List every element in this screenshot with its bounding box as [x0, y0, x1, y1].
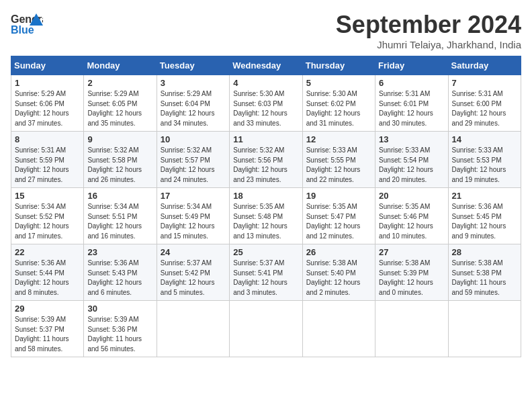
cell-info: Sunrise: 5:33 AMSunset: 5:54 PMDaylight:… [379, 146, 444, 185]
column-header-wednesday: Wednesday [230, 56, 302, 75]
calendar-cell: 11Sunrise: 5:32 AMSunset: 5:56 PMDayligh… [230, 132, 302, 188]
calendar-cell: 19Sunrise: 5:35 AMSunset: 5:47 PMDayligh… [302, 188, 375, 244]
column-header-monday: Monday [84, 56, 157, 75]
calendar-cell: 28Sunrise: 5:38 AMSunset: 5:38 PMDayligh… [448, 244, 521, 301]
day-number: 20 [379, 191, 444, 201]
cell-info: Sunrise: 5:33 AMSunset: 5:55 PMDaylight:… [306, 146, 371, 185]
day-number: 14 [452, 134, 517, 144]
day-number: 5 [306, 78, 371, 88]
calendar-cell [230, 301, 302, 357]
calendar-cell: 15Sunrise: 5:34 AMSunset: 5:52 PMDayligh… [11, 188, 84, 244]
calendar-header-row: SundayMondayTuesdayWednesdayThursdayFrid… [11, 56, 521, 75]
calendar-cell: 20Sunrise: 5:35 AMSunset: 5:46 PMDayligh… [375, 188, 448, 244]
day-number: 24 [161, 247, 226, 257]
location-subtitle: Jhumri Telaiya, Jharkhand, India [336, 39, 521, 50]
calendar-cell: 10Sunrise: 5:32 AMSunset: 5:57 PMDayligh… [157, 132, 229, 188]
cell-info: Sunrise: 5:38 AMSunset: 5:39 PMDaylight:… [379, 259, 444, 298]
calendar-cell: 4Sunrise: 5:30 AMSunset: 6:03 PMDaylight… [230, 75, 302, 132]
calendar-cell: 8Sunrise: 5:31 AMSunset: 5:59 PMDaylight… [11, 132, 84, 188]
cell-info: Sunrise: 5:29 AMSunset: 6:05 PMDaylight:… [87, 89, 152, 128]
day-number: 7 [452, 78, 517, 88]
page-header: General Blue September 2024 Jhumri Telai… [11, 11, 521, 50]
svg-text:Blue: Blue [11, 24, 34, 36]
column-header-thursday: Thursday [302, 56, 375, 75]
cell-info: Sunrise: 5:38 AMSunset: 5:38 PMDaylight:… [452, 259, 517, 298]
calendar-cell: 22Sunrise: 5:36 AMSunset: 5:44 PMDayligh… [11, 244, 84, 301]
calendar-cell: 23Sunrise: 5:36 AMSunset: 5:43 PMDayligh… [84, 244, 157, 301]
calendar-cell: 25Sunrise: 5:37 AMSunset: 5:41 PMDayligh… [230, 244, 302, 301]
day-number: 28 [452, 247, 517, 257]
day-number: 1 [15, 78, 80, 88]
calendar-cell: 9Sunrise: 5:32 AMSunset: 5:58 PMDaylight… [84, 132, 157, 188]
cell-info: Sunrise: 5:33 AMSunset: 5:53 PMDaylight:… [452, 146, 517, 185]
calendar-cell: 26Sunrise: 5:38 AMSunset: 5:40 PMDayligh… [302, 244, 375, 301]
cell-info: Sunrise: 5:30 AMSunset: 6:03 PMDaylight:… [233, 89, 298, 128]
cell-info: Sunrise: 5:29 AMSunset: 6:04 PMDaylight:… [161, 89, 226, 128]
cell-info: Sunrise: 5:35 AMSunset: 5:47 PMDaylight:… [306, 202, 371, 241]
cell-info: Sunrise: 5:29 AMSunset: 6:06 PMDaylight:… [15, 89, 80, 128]
day-number: 3 [161, 78, 226, 88]
calendar-week-row: 29Sunrise: 5:39 AMSunset: 5:37 PMDayligh… [11, 301, 521, 357]
cell-info: Sunrise: 5:34 AMSunset: 5:52 PMDaylight:… [15, 202, 80, 241]
day-number: 22 [15, 247, 80, 257]
calendar-cell: 18Sunrise: 5:35 AMSunset: 5:48 PMDayligh… [230, 188, 302, 244]
day-number: 10 [161, 134, 226, 144]
calendar-week-row: 22Sunrise: 5:36 AMSunset: 5:44 PMDayligh… [11, 244, 521, 301]
day-number: 29 [15, 304, 80, 314]
cell-info: Sunrise: 5:31 AMSunset: 6:00 PMDaylight:… [452, 89, 517, 128]
calendar-week-row: 1Sunrise: 5:29 AMSunset: 6:06 PMDaylight… [11, 75, 521, 132]
cell-info: Sunrise: 5:32 AMSunset: 5:57 PMDaylight:… [161, 146, 226, 185]
day-number: 4 [233, 78, 298, 88]
day-number: 30 [87, 304, 152, 314]
cell-info: Sunrise: 5:35 AMSunset: 5:48 PMDaylight:… [233, 202, 298, 241]
calendar-cell: 1Sunrise: 5:29 AMSunset: 6:06 PMDaylight… [11, 75, 84, 132]
cell-info: Sunrise: 5:32 AMSunset: 5:58 PMDaylight:… [87, 146, 152, 185]
calendar-cell: 2Sunrise: 5:29 AMSunset: 6:05 PMDaylight… [84, 75, 157, 132]
day-number: 9 [87, 134, 152, 144]
calendar-cell: 27Sunrise: 5:38 AMSunset: 5:39 PMDayligh… [375, 244, 448, 301]
cell-info: Sunrise: 5:34 AMSunset: 5:51 PMDaylight:… [87, 202, 152, 241]
day-number: 27 [379, 247, 444, 257]
calendar-cell: 21Sunrise: 5:36 AMSunset: 5:45 PMDayligh… [448, 188, 521, 244]
day-number: 13 [379, 134, 444, 144]
cell-info: Sunrise: 5:30 AMSunset: 6:02 PMDaylight:… [306, 89, 371, 128]
cell-info: Sunrise: 5:32 AMSunset: 5:56 PMDaylight:… [233, 146, 298, 185]
calendar-cell: 7Sunrise: 5:31 AMSunset: 6:00 PMDaylight… [448, 75, 521, 132]
day-number: 19 [306, 191, 371, 201]
calendar-cell: 13Sunrise: 5:33 AMSunset: 5:54 PMDayligh… [375, 132, 448, 188]
calendar-week-row: 8Sunrise: 5:31 AMSunset: 5:59 PMDaylight… [11, 132, 521, 188]
calendar-cell: 24Sunrise: 5:37 AMSunset: 5:42 PMDayligh… [157, 244, 229, 301]
calendar-cell: 17Sunrise: 5:34 AMSunset: 5:49 PMDayligh… [157, 188, 229, 244]
day-number: 23 [87, 247, 152, 257]
cell-info: Sunrise: 5:37 AMSunset: 5:42 PMDaylight:… [161, 259, 226, 298]
calendar-cell: 3Sunrise: 5:29 AMSunset: 6:04 PMDaylight… [157, 75, 229, 132]
calendar-cell: 5Sunrise: 5:30 AMSunset: 6:02 PMDaylight… [302, 75, 375, 132]
day-number: 15 [15, 191, 80, 201]
day-number: 26 [306, 247, 371, 257]
calendar-cell: 6Sunrise: 5:31 AMSunset: 6:01 PMDaylight… [375, 75, 448, 132]
calendar-cell: 30Sunrise: 5:39 AMSunset: 5:36 PMDayligh… [84, 301, 157, 357]
cell-info: Sunrise: 5:36 AMSunset: 5:44 PMDaylight:… [15, 259, 80, 298]
calendar-cell: 12Sunrise: 5:33 AMSunset: 5:55 PMDayligh… [302, 132, 375, 188]
cell-info: Sunrise: 5:31 AMSunset: 6:01 PMDaylight:… [379, 89, 444, 128]
calendar-week-row: 15Sunrise: 5:34 AMSunset: 5:52 PMDayligh… [11, 188, 521, 244]
cell-info: Sunrise: 5:39 AMSunset: 5:36 PMDaylight:… [87, 315, 152, 354]
calendar-body: 1Sunrise: 5:29 AMSunset: 6:06 PMDaylight… [11, 75, 521, 357]
calendar-cell [448, 301, 521, 357]
day-number: 25 [233, 247, 298, 257]
column-header-saturday: Saturday [448, 56, 521, 75]
day-number: 12 [306, 134, 371, 144]
day-number: 18 [233, 191, 298, 201]
cell-info: Sunrise: 5:34 AMSunset: 5:49 PMDaylight:… [161, 202, 226, 241]
calendar-cell: 16Sunrise: 5:34 AMSunset: 5:51 PMDayligh… [84, 188, 157, 244]
cell-info: Sunrise: 5:37 AMSunset: 5:41 PMDaylight:… [233, 259, 298, 298]
cell-info: Sunrise: 5:36 AMSunset: 5:45 PMDaylight:… [452, 202, 517, 241]
calendar-cell [157, 301, 229, 357]
calendar-cell [375, 301, 448, 357]
day-number: 21 [452, 191, 517, 201]
cell-info: Sunrise: 5:38 AMSunset: 5:40 PMDaylight:… [306, 259, 371, 298]
day-number: 2 [87, 78, 152, 88]
cell-info: Sunrise: 5:35 AMSunset: 5:46 PMDaylight:… [379, 202, 444, 241]
title-block: September 2024 Jhumri Telaiya, Jharkhand… [336, 11, 521, 50]
month-title: September 2024 [336, 11, 521, 39]
